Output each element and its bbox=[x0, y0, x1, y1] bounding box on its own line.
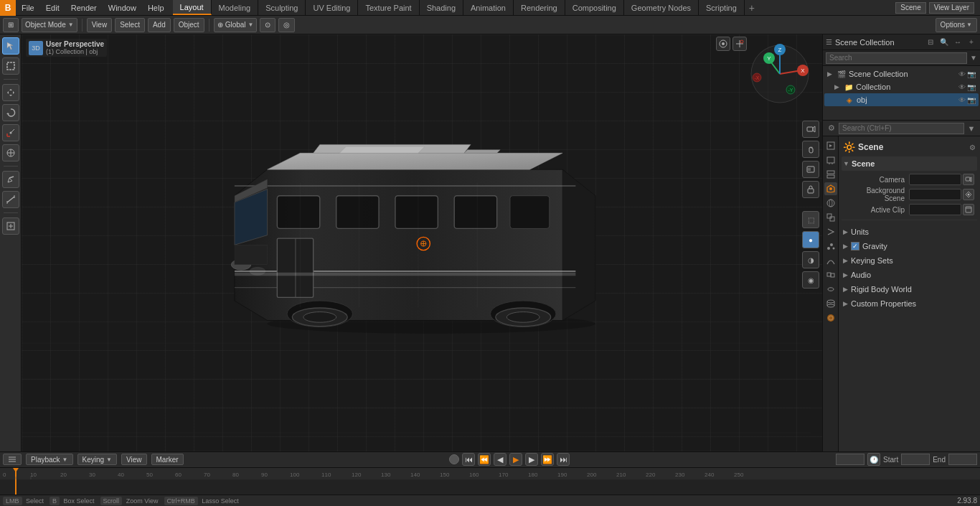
view-perspective-icon[interactable]: 3D bbox=[29, 41, 43, 55]
viewport-lock-btn[interactable] bbox=[802, 181, 819, 198]
outliner-row-obj[interactable]: ◈ obj 👁 📷 bbox=[824, 93, 979, 106]
lookdev-shading-btn[interactable]: ◑ bbox=[802, 251, 819, 268]
add-primitive-btn[interactable] bbox=[2, 217, 19, 235]
jump-to-end-btn[interactable]: ⏭ bbox=[557, 453, 570, 466]
scale-tool-btn[interactable] bbox=[2, 124, 19, 141]
audio-header[interactable]: ▶ Audio bbox=[842, 268, 977, 281]
jump-to-start-btn[interactable]: ⏮ bbox=[462, 453, 475, 466]
viewport-camera-btn[interactable] bbox=[802, 121, 819, 138]
overlay-btn[interactable] bbox=[716, 37, 730, 51]
current-frame-input[interactable]: 1 bbox=[836, 454, 864, 465]
material-tab-btn[interactable] bbox=[824, 311, 837, 324]
prev-frame-btn[interactable]: ⏪ bbox=[478, 453, 491, 466]
obj-visibility[interactable]: 👁 bbox=[958, 96, 966, 104]
properties-editor-icon[interactable]: ⚙ bbox=[826, 123, 837, 134]
properties-filter-icon[interactable]: ▼ bbox=[966, 123, 977, 134]
tab-animation[interactable]: Animation bbox=[463, 0, 514, 15]
constraint-tab-btn[interactable] bbox=[824, 283, 837, 296]
object-properties-tab[interactable] bbox=[824, 211, 837, 224]
menu-window[interactable]: Window bbox=[103, 0, 142, 15]
keying-btn[interactable]: Keying ▼ bbox=[77, 454, 118, 465]
collection-render[interactable]: 📷 bbox=[967, 83, 976, 91]
editor-type-btn[interactable]: ⊞ bbox=[3, 18, 19, 32]
end-frame-input[interactable]: 250 bbox=[948, 454, 977, 465]
output-properties-tab[interactable] bbox=[824, 154, 837, 167]
marker-btn[interactable]: Marker bbox=[151, 454, 184, 465]
scene-header-settings[interactable]: ⚙ bbox=[969, 144, 976, 151]
outliner-filter-icon[interactable]: ▼ bbox=[970, 54, 977, 62]
collection-visibility[interactable]: 👁 bbox=[958, 83, 966, 91]
keying-sets-header[interactable]: ▶ Keying Sets bbox=[842, 254, 977, 267]
frame-clock-btn[interactable]: 🕐 bbox=[867, 453, 880, 466]
select-menu[interactable]: Select bbox=[115, 18, 145, 32]
scene-selector[interactable]: Scene bbox=[895, 2, 925, 14]
camera-field[interactable] bbox=[909, 174, 961, 185]
modifier-tab-btn[interactable] bbox=[824, 225, 837, 238]
rendered-shading-btn[interactable]: ◉ bbox=[802, 271, 819, 289]
outliner-row-collection[interactable]: ▶ 📁 Collection 👁 📷 bbox=[824, 80, 979, 93]
measure-btn[interactable] bbox=[2, 191, 19, 208]
background-scene-icon-btn[interactable] bbox=[963, 189, 974, 200]
viewport-camera-view-btn[interactable] bbox=[802, 161, 819, 178]
tab-geometry-nodes[interactable]: Geometry Nodes bbox=[624, 0, 699, 15]
view-menu[interactable]: View bbox=[87, 18, 113, 32]
gizmos-btn[interactable] bbox=[732, 37, 747, 51]
tab-uv-editing[interactable]: UV Editing bbox=[306, 0, 358, 15]
scene-collection-render[interactable]: 📷 bbox=[967, 70, 976, 78]
scene-section-header[interactable]: ▼ Scene bbox=[842, 156, 977, 171]
rigid-body-tab-btn[interactable] bbox=[824, 268, 837, 281]
gravity-header[interactable]: ▶ ✓ Gravity bbox=[842, 240, 977, 253]
outliner-sync-btn[interactable]: ↔ bbox=[952, 37, 963, 48]
viewport-hand-btn[interactable] bbox=[802, 141, 819, 158]
active-clip-field[interactable] bbox=[909, 204, 961, 215]
menu-edit[interactable]: Edit bbox=[40, 0, 65, 15]
select-box-btn[interactable] bbox=[2, 57, 19, 75]
play-btn[interactable]: ▶ bbox=[509, 453, 522, 466]
background-scene-field[interactable] bbox=[909, 189, 961, 200]
tab-modeling[interactable]: Modeling bbox=[212, 0, 259, 15]
tab-sculpting[interactable]: Sculpting bbox=[258, 0, 306, 15]
active-clip-icon-btn[interactable] bbox=[963, 204, 974, 215]
add-workspace-tab[interactable]: + bbox=[745, 2, 759, 14]
outliner-search-input[interactable] bbox=[826, 52, 967, 64]
view-layer-selector[interactable]: View Layer bbox=[929, 2, 974, 14]
start-frame-input[interactable]: 1 bbox=[901, 454, 930, 465]
tab-compositing[interactable]: Compositing bbox=[565, 0, 624, 15]
properties-search-input[interactable] bbox=[839, 123, 964, 134]
particles-tab-btn[interactable] bbox=[824, 240, 837, 253]
rotate-tool-btn[interactable] bbox=[2, 104, 19, 121]
gravity-checkbox[interactable]: ✓ bbox=[851, 242, 859, 250]
render-properties-tab[interactable] bbox=[824, 139, 837, 152]
view-btn[interactable]: View bbox=[121, 454, 147, 465]
viewport[interactable]: 3D User Perspective (1) Collection | obj bbox=[22, 34, 822, 451]
camera-picker-btn[interactable] bbox=[963, 174, 974, 185]
menu-help[interactable]: Help bbox=[142, 0, 170, 15]
playback-btn[interactable]: Playback ▼ bbox=[26, 454, 73, 465]
navigation-gizmo[interactable]: X Y Z -X -Y bbox=[748, 42, 812, 106]
outliner-row-scene-collection[interactable]: ▶ 🎬 Scene Collection 👁 📷 bbox=[824, 67, 979, 80]
physics-tab-btn[interactable] bbox=[824, 254, 837, 267]
custom-properties-header[interactable]: ▶ Custom Properties bbox=[842, 297, 977, 310]
outliner-search-btn[interactable]: 🔍 bbox=[938, 37, 950, 48]
units-header[interactable]: ▶ Units bbox=[842, 225, 977, 238]
record-btn[interactable] bbox=[449, 454, 459, 464]
proportional-edit[interactable]: ◎ bbox=[278, 18, 295, 32]
object-mode-dropdown[interactable]: Object Mode ▼ bbox=[22, 18, 77, 32]
prev-keyframe-btn[interactable]: ◀ bbox=[494, 453, 507, 466]
timeline-editor-icon[interactable] bbox=[3, 454, 22, 465]
transform-tool-btn[interactable] bbox=[2, 144, 19, 161]
tab-layout[interactable]: Layout bbox=[173, 0, 212, 15]
cursor-tool-btn[interactable] bbox=[2, 37, 19, 55]
annotate-btn[interactable] bbox=[2, 171, 19, 188]
world-properties-tab[interactable] bbox=[824, 197, 837, 210]
add-menu[interactable]: Add bbox=[148, 18, 171, 32]
tab-shading[interactable]: Shading bbox=[420, 0, 463, 15]
menu-render[interactable]: Render bbox=[65, 0, 103, 15]
obj-render[interactable]: 📷 bbox=[967, 96, 976, 104]
timeline-ruler[interactable]: 0 10 20 30 40 50 60 70 80 90 100 110 120… bbox=[0, 468, 980, 495]
next-frame-btn[interactable]: ⏩ bbox=[541, 453, 554, 466]
menu-file[interactable]: File bbox=[16, 0, 40, 15]
wireframe-shading-btn[interactable]: ⬚ bbox=[802, 211, 819, 228]
object-menu[interactable]: Object bbox=[174, 18, 204, 32]
rigid-body-header[interactable]: ▶ Rigid Body World bbox=[842, 283, 977, 296]
